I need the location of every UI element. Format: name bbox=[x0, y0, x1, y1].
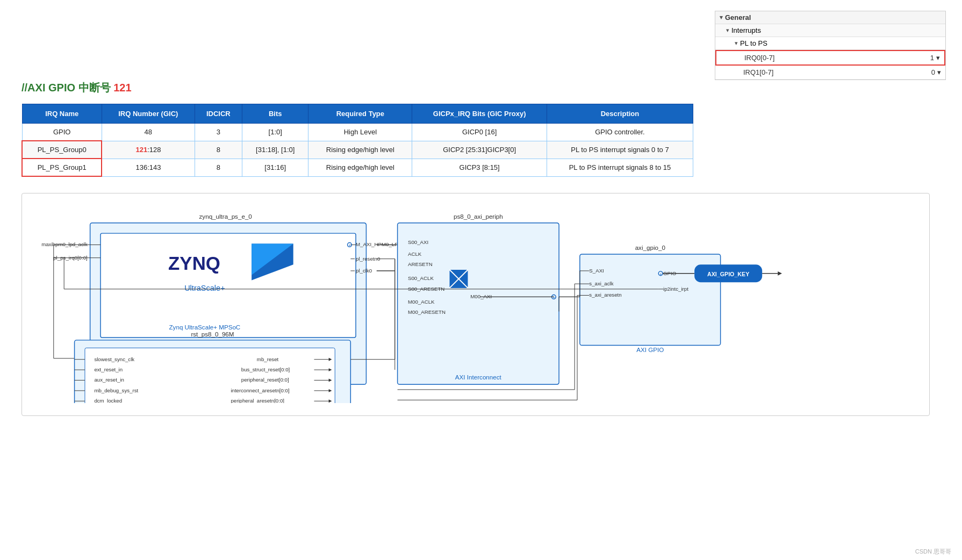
cell-gicpx_irq: GICP0 [16] bbox=[412, 124, 547, 141]
svg-text:pl_ps_irq0[0:0]: pl_ps_irq0[0:0] bbox=[53, 255, 88, 261]
svg-text:peripheral_aresetn[0:0]: peripheral_aresetn[0:0] bbox=[231, 398, 284, 403]
svg-text:ACLK: ACLK bbox=[408, 251, 422, 257]
svg-text:pl_clk0: pl_clk0 bbox=[356, 268, 372, 274]
top-right-panel: ▾ General ▾ Interrupts ▾ PL to PS IRQ0[0… bbox=[715, 11, 946, 80]
svg-text:+: + bbox=[552, 295, 555, 300]
svg-text:S_AXI: S_AXI bbox=[589, 268, 604, 274]
col-description: Description bbox=[547, 104, 693, 124]
title-comment: //AXI GPIO 中断号 bbox=[21, 82, 113, 94]
svg-text:ps8_0_axi_periph: ps8_0_axi_periph bbox=[454, 213, 503, 220]
irq0-value: 1 bbox=[930, 54, 934, 62]
irq0-chevron-icon: ▾ bbox=[936, 54, 940, 62]
svg-text:mb_reset: mb_reset bbox=[257, 356, 279, 362]
svg-text:AXI Interconnect: AXI Interconnect bbox=[455, 374, 502, 380]
cell-bits: [31:18], [1:0] bbox=[242, 141, 308, 159]
cell-idcicr: 8 bbox=[195, 159, 242, 176]
svg-rect-2 bbox=[100, 233, 356, 338]
pl-to-ps-collapse-icon: ▾ bbox=[735, 40, 738, 47]
pl-to-ps-label: PL to PS bbox=[740, 39, 767, 47]
interrupts-section[interactable]: ▾ Interrupts bbox=[715, 24, 945, 37]
svg-text:ARESETN: ARESETN bbox=[408, 261, 433, 267]
svg-marker-57 bbox=[778, 271, 782, 276]
watermark: CSDN 思哥哥 bbox=[915, 548, 951, 556]
irq0-row: IRQ0[0-7] 1 ▾ bbox=[715, 50, 945, 66]
svg-text:zynq_ultra_ps_e_0: zynq_ultra_ps_e_0 bbox=[199, 213, 253, 220]
svg-text:S00_AXI: S00_AXI bbox=[408, 239, 428, 245]
svg-text:maxihpm0_lpd_aclk: maxihpm0_lpd_aclk bbox=[41, 241, 88, 247]
svg-text:bus_struct_reset[0:0]: bus_struct_reset[0:0] bbox=[241, 367, 290, 372]
irq0-select[interactable]: 1 ▾ bbox=[930, 54, 940, 62]
svg-text:Zynq UltraScale+ MPSoC: Zynq UltraScale+ MPSoC bbox=[169, 324, 241, 331]
collapse-icon: ▾ bbox=[720, 14, 723, 21]
general-label: General bbox=[725, 13, 751, 21]
svg-text:slowest_sync_clk: slowest_sync_clk bbox=[94, 356, 134, 362]
interrupts-collapse-icon: ▾ bbox=[726, 27, 729, 34]
svg-text:M00_ARESETN: M00_ARESETN bbox=[408, 309, 446, 315]
col-gicpx: GICPx_IRQ Bits (GIC Proxy) bbox=[412, 104, 547, 124]
cell-irq-number: 136:143 bbox=[102, 159, 195, 176]
irq1-label: IRQ1[0-7] bbox=[743, 68, 773, 76]
general-section[interactable]: ▾ General bbox=[715, 11, 945, 24]
svg-text:S00_ACLK: S00_ACLK bbox=[408, 275, 434, 281]
table-row: PL_PS_Group0121:1288[31:18], [1:0]Rising… bbox=[22, 141, 693, 159]
svg-text:AXI GPIO: AXI GPIO bbox=[636, 346, 664, 353]
diagram-container: zynq_ultra_ps_e_0 ZYNQ UltraScale+ Zynq … bbox=[21, 193, 930, 416]
cell-irq-number: 48 bbox=[102, 124, 195, 141]
irq0-label: IRQ0[0-7] bbox=[744, 54, 774, 62]
table-row: PL_PS_Group1136:1438[31:16]Rising edge/h… bbox=[22, 159, 693, 176]
cell-irq-name: GPIO bbox=[22, 124, 102, 141]
cell-required_type: Rising edge/high level bbox=[308, 141, 412, 159]
svg-text:S00_ARESETN: S00_ARESETN bbox=[408, 286, 444, 292]
cell-gicpx_irq: GICP3 [8:15] bbox=[412, 159, 547, 176]
table-row: GPIO483[1:0]High LevelGICP0 [16]GPIO con… bbox=[22, 124, 693, 141]
svg-text:interconnect_aresetn[0:0]: interconnect_aresetn[0:0] bbox=[231, 387, 289, 393]
col-required-type: Required Type bbox=[308, 104, 412, 124]
interrupts-label: Interrupts bbox=[731, 26, 761, 34]
cell-idcicr: 8 bbox=[195, 141, 242, 159]
cell-idcicr: 3 bbox=[195, 124, 242, 141]
cell-description: PL to PS interrupt signals 8 to 15 bbox=[547, 159, 693, 176]
irq1-chevron-icon: ▾ bbox=[937, 68, 941, 76]
cell-bits: [1:0] bbox=[242, 124, 308, 141]
svg-text:ip2intc_irpt: ip2intc_irpt bbox=[663, 286, 688, 292]
cell-gicpx_irq: GICP2 [25:31]GICP3[0] bbox=[412, 141, 547, 159]
svg-text:UltraScale+: UltraScale+ bbox=[184, 284, 225, 292]
cell-required_type: High Level bbox=[308, 124, 412, 141]
col-bits: Bits bbox=[242, 104, 308, 124]
svg-text:M00_ACLK: M00_ACLK bbox=[408, 299, 435, 305]
svg-text:peripheral_reset[0:0]: peripheral_reset[0:0] bbox=[241, 377, 289, 383]
page-title: //AXI GPIO 中断号 121 bbox=[21, 81, 941, 95]
svg-text:+: + bbox=[348, 243, 351, 248]
block-diagram: zynq_ultra_ps_e_0 ZYNQ UltraScale+ Zynq … bbox=[33, 204, 918, 403]
cell-required_type: Rising edge/high level bbox=[308, 159, 412, 176]
cell-description: GPIO controller. bbox=[547, 124, 693, 141]
cell-bits: [31:16] bbox=[242, 159, 308, 176]
svg-text:s_axi_aresetn: s_axi_aresetn bbox=[589, 292, 621, 298]
svg-text:ext_reset_in: ext_reset_in bbox=[94, 367, 123, 372]
svg-text:rst_ps8_0_96M: rst_ps8_0_96M bbox=[191, 331, 234, 338]
svg-text:ZYNQ: ZYNQ bbox=[168, 253, 220, 274]
irq1-row: IRQ1[0-7] 0 ▾ bbox=[715, 66, 945, 80]
svg-text:pl_resetn0: pl_resetn0 bbox=[356, 256, 381, 262]
irq1-value: 0 bbox=[931, 68, 935, 76]
cell-irq-name: PL_PS_Group1 bbox=[22, 159, 102, 176]
col-irq-number: IRQ Number (GIC) bbox=[102, 104, 195, 124]
cell-irq-name: PL_PS_Group0 bbox=[22, 141, 102, 159]
svg-text:dcm_locked: dcm_locked bbox=[94, 398, 122, 403]
col-irq-name: IRQ Name bbox=[22, 104, 102, 124]
svg-text:+: + bbox=[659, 272, 662, 277]
svg-text:axi_gpio_0: axi_gpio_0 bbox=[635, 244, 666, 251]
svg-text:aux_reset_in: aux_reset_in bbox=[94, 377, 124, 383]
irq-table: IRQ Name IRQ Number (GIC) IDCICR Bits Re… bbox=[21, 104, 693, 177]
col-idcicr: IDCICR bbox=[195, 104, 242, 124]
cell-irq-number: 121:128 bbox=[102, 141, 195, 159]
svg-text:AXI_GPIO_KEY: AXI_GPIO_KEY bbox=[707, 271, 749, 277]
title-number: 121 bbox=[113, 82, 131, 94]
svg-text:mb_debug_sys_rst: mb_debug_sys_rst bbox=[94, 387, 138, 393]
cell-description: PL to PS interrupt signals 0 to 7 bbox=[547, 141, 693, 159]
pl-to-ps-section[interactable]: ▾ PL to PS bbox=[715, 37, 945, 50]
svg-text:s_axi_aclk: s_axi_aclk bbox=[589, 281, 613, 286]
irq1-select[interactable]: 0 ▾ bbox=[931, 68, 941, 76]
